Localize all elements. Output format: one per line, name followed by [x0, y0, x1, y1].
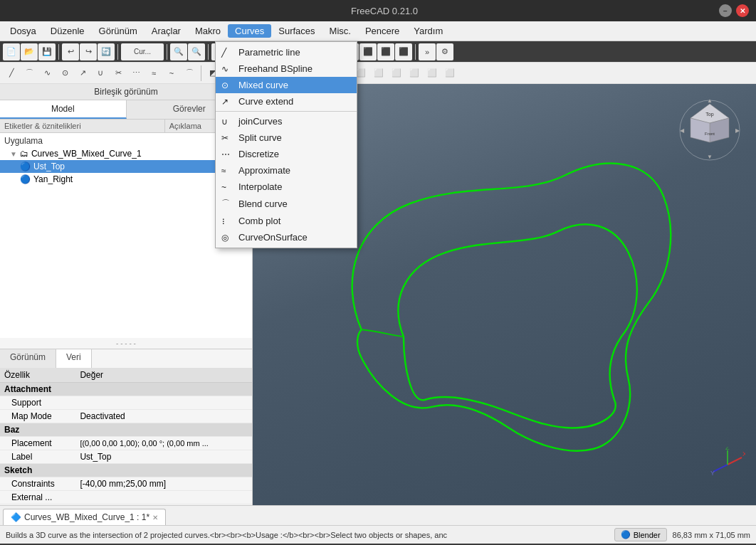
dropdown-icon-split-curve: ✂ — [221, 133, 233, 143]
separator-1 — [58, 44, 59, 60]
view-back[interactable]: ⬛ — [359, 43, 377, 60]
dropdown-item-curve-on-surface[interactable]: ◎CurveOnSurface — [216, 229, 357, 245]
tree-item-ust-top[interactable]: 🔵 Ust_Top — [0, 160, 252, 173]
zoom-in-button[interactable]: 🔍 — [170, 43, 187, 60]
properties-area: Görünüm Veri Özellik Değer Attachment Su… — [0, 349, 252, 505]
dropdown-item-curve-extend[interactable]: ↗Curve extend — [216, 93, 357, 110]
svg-text:Top: Top — [705, 112, 713, 117]
dropdown-item-parametric-line[interactable]: ╱Parametric line — [216, 44, 357, 60]
dropdown-item-comb-plot[interactable]: ⫶Comb plot — [216, 213, 357, 229]
tree-item-curves-wb[interactable]: ▼ 🗂 Curves_WB_Mixed_Curve_1 — [0, 147, 252, 160]
curve-tool-8[interactable]: ⋯ — [127, 65, 145, 82]
dropdown-item-approximate[interactable]: ≈Approximate — [216, 162, 357, 179]
menu-item-gorunum[interactable]: Görünüm — [92, 24, 145, 38]
refresh-button[interactable]: 🔄 — [98, 43, 115, 60]
menu-item-curves[interactable]: Curves — [228, 24, 271, 38]
dropdown-icon-approximate: ≈ — [221, 166, 233, 176]
prop-row-external: External ... — [0, 491, 252, 504]
workbench-select[interactable]: Cur... — [121, 43, 164, 60]
separator-3 — [167, 44, 167, 60]
prop-col-value: Değer — [75, 368, 252, 383]
zoom-out-button[interactable]: 🔍 — [188, 43, 205, 60]
blender-button[interactable]: 🔵 Blender — [614, 528, 667, 541]
dropdown-item-blend-curve[interactable]: ⌒Blend curve — [216, 195, 357, 213]
menu-item-araclar[interactable]: Araçlar — [145, 24, 188, 38]
cylinder-button[interactable]: ⬜ — [370, 65, 387, 82]
redo-button[interactable]: ↪ — [80, 43, 97, 60]
minimize-button[interactable]: − — [719, 4, 732, 17]
dropdown-icon-curve-extend: ↗ — [221, 97, 233, 107]
dropdown-item-mixed-curve[interactable]: ⊙Mixed curve — [216, 77, 357, 93]
menu-item-surfaces[interactable]: Surfaces — [271, 24, 322, 38]
combined-view-label: Birleşik görünüm — [0, 84, 252, 100]
curve-tool-4[interactable]: ⊙ — [56, 65, 73, 82]
curve-tool-7[interactable]: ✂ — [110, 65, 127, 82]
separator-4 — [208, 44, 209, 60]
curve-tool-1[interactable]: ╱ — [3, 65, 20, 82]
dropdown-item-split-curve[interactable]: ✂Split curve — [216, 129, 357, 146]
curve-tool-2[interactable]: ⌒ — [21, 65, 38, 82]
tree-col-labels: Etiketler & öznitelikleri — [0, 120, 165, 132]
titlebar-title: FreeCAD 0.21.0 — [351, 6, 418, 16]
dropdown-item-interpolate[interactable]: ~Interpolate — [216, 179, 357, 195]
dropdown-icon-mixed-curve: ⊙ — [221, 80, 233, 90]
tab-icon: 🔷 — [11, 512, 21, 522]
cone-button[interactable]: ⬜ — [406, 65, 423, 82]
prop-external-label: External ... — [0, 491, 75, 504]
torus-button[interactable]: ⬜ — [441, 65, 458, 82]
menu-item-misc[interactable]: Misc. — [322, 24, 358, 38]
view-tab-veri[interactable]: Veri — [56, 349, 92, 368]
prop-col-property: Özellik — [0, 368, 75, 383]
dropdown-icon-discretize: ⋯ — [221, 149, 233, 159]
prop-row-support: Support — [0, 396, 252, 410]
tab-close-button[interactable]: ✕ — [152, 514, 158, 522]
menu-item-pencere[interactable]: Pencere — [358, 24, 406, 38]
settings-button[interactable]: ⚙ — [436, 43, 453, 60]
menu-item-duzenle[interactable]: Düzenle — [43, 24, 92, 38]
svg-text:◀: ◀ — [680, 127, 685, 134]
dropdown-item-freehand-bspline[interactable]: ∿Freehand BSpline — [216, 60, 357, 77]
nav-cube[interactable]: Top Front ▲ ▼ ◀ ▶ — [678, 98, 742, 162]
svg-text:▼: ▼ — [707, 154, 713, 160]
statusbar-right: 🔵 Blender 86,83 mm x 71,05 mm — [614, 528, 750, 541]
curve-tool-3[interactable]: ∿ — [38, 65, 56, 82]
more-button[interactable]: » — [419, 43, 436, 60]
dropdown-icon-join-curves: ∪ — [221, 117, 233, 127]
curve-tool-11[interactable]: ⌒ — [181, 65, 198, 82]
prop-external-value — [75, 491, 252, 504]
dropdown-icon-interpolate: ~ — [221, 182, 233, 192]
dropdown-icon-parametric-line: ╱ — [221, 48, 233, 58]
new-button[interactable]: 📄 — [3, 43, 20, 60]
curve-tool-5[interactable]: ↗ — [74, 65, 91, 82]
menu-item-dosya[interactable]: Dosya — [3, 24, 43, 38]
curves-toolbar: ╱ ⌒ ∿ ⊙ ↗ ∪ ✂ ⋯ ≈ ~ ⌒ ◩ ◪ ▣ ◈ ▦ ▧ ▨ ℹ ⬜ … — [0, 63, 756, 84]
prop-row-map-mode: Map Mode Deactivated — [0, 410, 252, 423]
save-button[interactable]: 💾 — [38, 43, 56, 60]
curve-tool-6[interactable]: ∪ — [92, 65, 109, 82]
menu-item-yardim[interactable]: Yardım — [406, 24, 450, 38]
curve-tool-9[interactable]: ≈ — [145, 65, 162, 82]
bottom-tab-curves[interactable]: 🔷 Curves_WB_Mixed_Curve_1 : 1* ✕ — [3, 509, 166, 525]
titlebar: FreeCAD 0.21.0 − ✕ — [0, 0, 756, 21]
dropdown-icon-freehand-bspline: ∿ — [221, 64, 233, 74]
svg-text:▶: ▶ — [735, 127, 740, 134]
sphere-button[interactable]: ⬜ — [388, 65, 405, 82]
dropdown-item-join-curves[interactable]: ∪joinCurves — [216, 113, 357, 129]
dropdown-item-discretize[interactable]: ⋯Discretize — [216, 146, 357, 162]
close-button[interactable]: ✕ — [736, 4, 749, 17]
plane-button[interactable]: ⬜ — [424, 65, 441, 82]
tab-model[interactable]: Model — [0, 100, 127, 119]
drag-handle[interactable]: - - - - - — [0, 338, 252, 349]
undo-button[interactable]: ↩ — [62, 43, 79, 60]
curve-tool-10[interactable]: ~ — [163, 65, 180, 82]
svg-line-12 — [713, 465, 728, 472]
main-layout: Birleşik görünüm Model Görevler Etiketle… — [0, 84, 756, 505]
view-bottom[interactable]: ⬛ — [377, 43, 394, 60]
view-tab-gorunum[interactable]: Görünüm — [0, 349, 56, 368]
bottom-tabs: 🔷 Curves_WB_Mixed_Curve_1 : 1* ✕ — [0, 505, 756, 525]
open-button[interactable]: 📂 — [21, 43, 38, 60]
view-isometric[interactable]: ⬛ — [395, 43, 412, 60]
prop-group-baz: Baz — [0, 423, 252, 437]
tree-item-yan-right[interactable]: 🔵 Yan_Right — [0, 173, 252, 186]
menu-item-makro[interactable]: Makro — [188, 24, 228, 38]
